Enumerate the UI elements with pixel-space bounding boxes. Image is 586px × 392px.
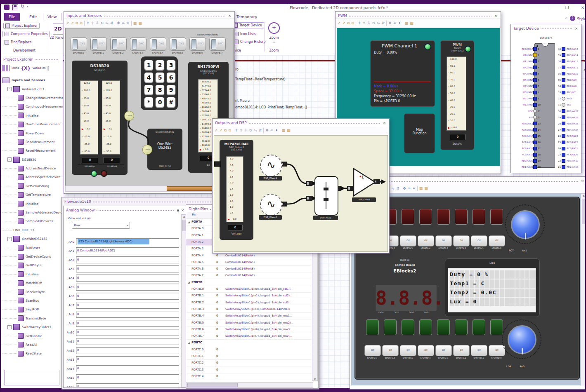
- keypad-key-*[interactable]: *: [144, 97, 154, 108]
- wand-icon[interactable]: ✦: [275, 129, 278, 132]
- target-device-toggle[interactable]: Target Device: [231, 22, 264, 28]
- lcd-module[interactable]: LCD1 Duty = 0 %Temp1 = CTemp2 = 0.0CLux …: [445, 258, 540, 317]
- cursor-icon[interactable]: ➚: [66, 21, 69, 25]
- green-led-4[interactable]: [437, 319, 450, 335]
- cursor-add-icon[interactable]: ➚: [71, 21, 74, 25]
- rotate-icon[interactable]: ↻: [372, 21, 376, 25]
- analog-value-field[interactable]: 0: [76, 383, 179, 387]
- green-led-0[interactable]: [366, 319, 379, 335]
- slider-arrow-icon[interactable]: ▶: [200, 148, 202, 151]
- keypad-key-9[interactable]: 9: [166, 85, 176, 96]
- board-button-PORTD5[interactable]: Off: [400, 345, 416, 356]
- minimize-button[interactable]: –: [546, 5, 553, 10]
- pin-left-pad[interactable]: [533, 147, 537, 150]
- pin-right-pad[interactable]: [562, 159, 565, 163]
- pin-right-pad[interactable]: [562, 66, 565, 69]
- expander-icon[interactable]: -: [7, 237, 12, 241]
- green-led-1[interactable]: [384, 319, 397, 335]
- dsp-wave2-component[interactable]: ∿: [260, 194, 282, 216]
- snap-icon[interactable]: ▩: [287, 129, 291, 132]
- paste-icon[interactable]: ⧉: [352, 21, 354, 25]
- expander-icon[interactable]: ◢: [188, 281, 190, 284]
- expander-icon[interactable]: -: [7, 157, 12, 162]
- tree-item-readstate[interactable]: ReadState: [2, 349, 63, 358]
- digital-row-PORTC.0[interactable]: PORTC.00: [186, 346, 312, 353]
- digital-row-PORTC.2[interactable]: PORTC.20: [186, 359, 312, 366]
- toggle-switch-PORTB7[interactable]: On: [209, 38, 226, 51]
- red-led-2[interactable]: [402, 209, 414, 225]
- component-up-icon[interactable]: ⇑: [86, 21, 90, 25]
- scroll-up-icon[interactable]: ▲: [581, 194, 586, 197]
- digital-row-PORTC.4[interactable]: PORTC.40: [186, 373, 312, 380]
- tab-temporary[interactable]: Temporary: [232, 13, 262, 21]
- board-button-PORTA2[interactable]: Off: [453, 235, 470, 246]
- flip-v-icon[interactable]: ⇵: [110, 21, 113, 25]
- map-function-component[interactable]: Map Function: [404, 113, 435, 153]
- cursor-add-icon[interactable]: ➚: [220, 129, 223, 132]
- green-led-7[interactable]: [490, 319, 503, 335]
- close-icon[interactable]: ×: [382, 121, 387, 125]
- link-icon[interactable]: ∞: [122, 21, 125, 25]
- pin-left-pad[interactable]: [533, 103, 537, 107]
- zoom-icon[interactable]: +: [268, 22, 280, 34]
- pin-left-pad[interactable]: [533, 97, 537, 101]
- pin-right-pad[interactable]: [562, 122, 565, 125]
- analog-value-field[interactable]: 0: [76, 329, 179, 336]
- digital-row-PORTB.2[interactable]: PORTB.20SwitchArraySlider1(pin2), keypad…: [186, 299, 312, 306]
- pwm-channel-component[interactable]: PWM Channel 1 Duty = 0.00% Mark = 0.00us…: [370, 40, 435, 107]
- pin-right-pad[interactable]: [562, 109, 565, 113]
- red-led-7[interactable]: [490, 209, 503, 225]
- expander-icon[interactable]: ◢: [188, 341, 190, 344]
- icons-grid-icon[interactable]: [2, 65, 10, 71]
- component-properties-button[interactable]: Component Properties: [2, 31, 50, 37]
- style-button[interactable]: Style: [577, 17, 586, 21]
- scroll-down-icon[interactable]: ▼: [312, 378, 317, 380]
- pin-left-pad[interactable]: [533, 153, 537, 157]
- tree-item-ds18b20[interactable]: -DS18B20: [2, 155, 63, 164]
- tree-item-changemeasurementmode[interactable]: ChangeMeasurementMode: [2, 94, 63, 102]
- digital-row-PORTC.3[interactable]: PORTC.30: [186, 366, 312, 373]
- analog-value-field[interactable]: 0: [76, 347, 179, 354]
- analog-value-field[interactable]: 0: [76, 293, 179, 300]
- pin-right-pad[interactable]: [562, 141, 565, 144]
- analog-value-field[interactable]: 0: [76, 374, 179, 381]
- tree-item-gethandle[interactable]: GetHandle: [2, 331, 63, 340]
- variables-braces-icon[interactable]: {X}: [21, 66, 31, 71]
- digital-row-PORTB[interactable]: ◢PORTB: [186, 279, 312, 286]
- grid-icon[interactable]: ▦: [282, 129, 286, 132]
- pin-right-pad[interactable]: [562, 147, 565, 150]
- link-icon[interactable]: ∞: [270, 129, 274, 132]
- help-icon[interactable]: ?: [570, 16, 575, 21]
- icon-lists-toggle[interactable]: Icon Lists: [232, 31, 258, 37]
- toggle-switch-PORTB2[interactable]: On: [110, 38, 127, 51]
- pin-left-pad[interactable]: [533, 141, 537, 144]
- pin-icon[interactable]: ▪: [176, 208, 180, 212]
- tree-item-switcharrayslider1[interactable]: -SwitchArraySlider1: [2, 323, 63, 331]
- keypad-key-5[interactable]: 5: [155, 72, 165, 83]
- dsp-mix-component[interactable]: [314, 176, 338, 216]
- red-led-3[interactable]: [419, 209, 432, 225]
- project-explorer-button[interactable]: Project Explorer: [3, 23, 40, 29]
- eblocks-vscrollbar[interactable]: ▲: [581, 193, 586, 386]
- ds18b20-component[interactable]: DS18B20 DS18B20 –125.0–105.0–85.0–65.0–4…: [72, 61, 128, 175]
- ds18b20-slider-1[interactable]: –125.0–105.0–85.0–65.0–45.0–25.0▶–5.0–-1…: [80, 80, 98, 155]
- eblocks-scroll-thumb[interactable]: [582, 199, 586, 224]
- tab-file[interactable]: File: [4, 13, 20, 21]
- dac-slider[interactable]: –5.0–4.5–4.0–3.5–3.0–2.5–2.0–1.5–1.0–0.5…: [226, 156, 243, 222]
- keypad-key-8[interactable]: 8: [155, 85, 165, 96]
- board-button-PORTD6[interactable]: Off: [382, 345, 399, 356]
- tree-item-ambientlight1[interactable]: -AmbientLight1: [2, 85, 63, 93]
- flip-h-icon[interactable]: ⇋: [254, 129, 257, 132]
- close-icon[interactable]: ×: [494, 14, 498, 18]
- board-button-PORTA1[interactable]: Off: [471, 235, 487, 246]
- tree-item-inputs-and-sensors[interactable]: Inputs and Sensors: [2, 76, 63, 85]
- pin-right-pad[interactable]: [562, 103, 565, 107]
- tree-item-addressnextdevice[interactable]: AddressNextDevice: [2, 164, 63, 173]
- dsp-2d-canvas[interactable]: MCP47x6 DAC DAC_Output1 (I2C CH2) –5.0–4…: [214, 135, 388, 252]
- tree-item-getidbyte[interactable]: GetIDByte: [2, 261, 63, 270]
- tree-item-initialise[interactable]: Initialise: [2, 270, 63, 279]
- paste-icon[interactable]: ⧉: [80, 21, 83, 25]
- dsp-gain-component[interactable]: [353, 168, 376, 197]
- icons-tab-label[interactable]: Icons: [12, 66, 19, 70]
- board-button-PORTA4[interactable]: Off: [418, 235, 434, 246]
